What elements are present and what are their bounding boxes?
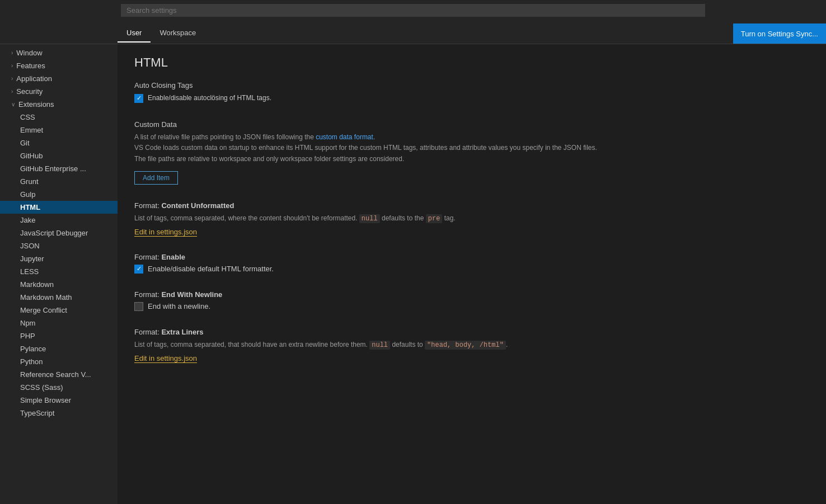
add-item-button[interactable]: Add Item — [134, 171, 178, 185]
sidebar-item-scss[interactable]: SCSS (Sass) — [0, 381, 118, 394]
sidebar-item-json[interactable]: JSON — [0, 239, 118, 252]
sidebar-item-html[interactable]: HTML — [0, 201, 118, 214]
tab-workspace[interactable]: Workspace — [151, 25, 205, 43]
setting-title-format-extra-liners: Format: Extra Liners — [134, 328, 809, 336]
sidebar-item-github-enterprise[interactable]: GitHub Enterprise ... — [0, 162, 118, 175]
sidebar-item-label: Application — [16, 74, 52, 83]
sidebar-item-label: PHP — [20, 332, 35, 340]
setting-title-auto-closing-tags: Auto Closing Tags — [134, 81, 809, 90]
sidebar-item-features[interactable]: › Features — [0, 59, 118, 72]
sidebar-item-label: GitHub — [20, 152, 43, 160]
sidebar-item-pylance[interactable]: Pylance — [0, 342, 118, 355]
format-enable-row: Enable/disable default HTML formatter. — [134, 265, 809, 274]
format-end-newline-checkbox[interactable] — [134, 302, 143, 311]
pre-code: pre — [426, 214, 443, 223]
sidebar-item-gulp[interactable]: Gulp — [0, 188, 118, 201]
chevron-right-icon: › — [11, 63, 13, 69]
main-layout: › Window › Features › Application › Secu… — [0, 44, 826, 504]
sidebar-item-label: Window — [16, 49, 42, 57]
sidebar-item-label: LESS — [20, 267, 39, 276]
sidebar-item-label: Jake — [20, 216, 35, 224]
sidebar-item-reference-search[interactable]: Reference Search V... — [0, 368, 118, 381]
setting-format-extra-liners: Format: Extra Liners List of tags, comma… — [134, 328, 809, 362]
null-code: null — [359, 214, 380, 223]
sidebar-item-label: Grunt — [20, 177, 39, 186]
chevron-down-icon: ∨ — [11, 101, 15, 107]
sidebar-item-label: Reference Search V... — [20, 370, 91, 379]
tabs-bar: User Workspace Turn on Settings Sync... — [0, 20, 826, 44]
sidebar-item-css[interactable]: CSS — [0, 111, 118, 124]
auto-closing-tags-checkbox[interactable] — [134, 94, 143, 103]
sidebar-item-label: Markdown — [20, 280, 54, 289]
setting-format-end-with-newline: Format: End With Newline End with a newl… — [134, 290, 809, 311]
search-bar — [121, 4, 705, 17]
sidebar-item-label: Security — [16, 87, 43, 96]
setting-title-format-end-with-newline: Format: End With Newline — [134, 290, 809, 299]
sidebar-item-label: JavaScript Debugger — [20, 229, 88, 237]
sidebar-item-jake[interactable]: Jake — [0, 214, 118, 227]
sidebar-item-php[interactable]: PHP — [0, 329, 118, 342]
sidebar-item-label: Pylance — [20, 345, 46, 353]
auto-closing-tags-row: Enable/disable autoclösing of HTML tags. — [134, 93, 809, 103]
sidebar-item-javascript-debugger[interactable]: JavaScript Debugger — [0, 227, 118, 239]
sidebar-item-emmet[interactable]: Emmet — [0, 124, 118, 136]
sidebar-item-markdown-math[interactable]: Markdown Math — [0, 291, 118, 304]
setting-title-format-content-unformatted: Format: Content Unformatted — [134, 201, 809, 210]
setting-format-content-unformatted: Format: Content Unformatted List of tags… — [134, 201, 809, 236]
sidebar-item-security[interactable]: › Security — [0, 85, 118, 98]
setting-title-custom-data: Custom Data — [134, 120, 809, 129]
format-enable-checkbox[interactable] — [134, 265, 143, 274]
format-extra-liners-desc: List of tags, comma separated, that shou… — [134, 340, 809, 351]
edit-settings-json-link-2[interactable]: Edit in settings.json — [134, 354, 197, 363]
page-title: HTML — [134, 55, 809, 70]
setting-auto-closing-tags: Auto Closing Tags Enable/disable autoclö… — [134, 81, 809, 103]
sidebar-item-label: CSS — [20, 113, 35, 121]
sidebar-item-label: Gulp — [20, 190, 35, 199]
sync-button[interactable]: Turn on Settings Sync... — [733, 23, 826, 44]
search-input[interactable] — [126, 6, 700, 15]
sidebar-item-simple-browser[interactable]: Simple Browser — [0, 394, 118, 407]
sidebar-item-label: TypeScript — [20, 409, 54, 417]
format-enable-label: Enable/disable default HTML formatter. — [148, 265, 274, 273]
sidebar-item-python[interactable]: Python — [0, 355, 118, 368]
edit-settings-json-link-1[interactable]: Edit in settings.json — [134, 228, 197, 237]
sidebar-item-typescript[interactable]: TypeScript — [0, 407, 118, 420]
format-content-unformatted-desc: List of tags, comma separated, where the… — [134, 213, 809, 224]
sidebar-item-label: Markdown Math — [20, 293, 72, 302]
sidebar-item-jupyter[interactable]: Jupyter — [0, 252, 118, 265]
sidebar-item-grunt[interactable]: Grunt — [0, 175, 118, 188]
setting-format-enable: Format: Enable Enable/disable default HT… — [134, 253, 809, 274]
settings-content: HTML Auto Closing Tags Enable/disable au… — [118, 44, 826, 504]
sidebar-item-label: Python — [20, 357, 43, 366]
sidebar-item-label: HTML — [20, 203, 40, 211]
sidebar-item-window[interactable]: › Window — [0, 46, 118, 59]
sidebar-item-less[interactable]: LESS — [0, 265, 118, 278]
format-end-newline-label: End with a newline. — [148, 302, 210, 310]
sidebar-item-label: Npm — [20, 319, 35, 327]
null-code-2: null — [369, 341, 390, 350]
sidebar-item-label: SCSS (Sass) — [20, 383, 63, 392]
sidebar-item-application[interactable]: › Application — [0, 72, 118, 85]
sidebar: › Window › Features › Application › Secu… — [0, 44, 118, 504]
sidebar-item-merge-conflict[interactable]: Merge Conflict — [0, 304, 118, 317]
sidebar-item-github[interactable]: GitHub — [0, 149, 118, 162]
head-body-code: "head, body, /html" — [425, 341, 506, 350]
custom-data-format-link[interactable]: custom data format — [316, 133, 373, 141]
tab-user[interactable]: User — [118, 25, 151, 43]
sidebar-item-npm[interactable]: Npm — [0, 317, 118, 329]
sidebar-item-markdown[interactable]: Markdown — [0, 278, 118, 291]
sidebar-item-git[interactable]: Git — [0, 136, 118, 149]
sidebar-item-label: Extensions — [18, 100, 54, 109]
sidebar-item-label: Git — [20, 139, 30, 147]
sidebar-item-label: Features — [16, 62, 45, 70]
chevron-right-icon: › — [11, 76, 13, 82]
setting-title-format-enable: Format: Enable — [134, 253, 809, 261]
sidebar-item-label: Jupyter — [20, 255, 44, 263]
auto-closing-tags-label: Enable/disable autoclösing of HTML tags. — [148, 93, 271, 103]
top-row — [0, 0, 826, 20]
sidebar-item-label: JSON — [20, 242, 40, 250]
sidebar-item-extensions[interactable]: ∨ Extensions — [0, 98, 118, 111]
setting-custom-data: Custom Data A list of relative file path… — [134, 120, 809, 185]
sidebar-item-label: Emmet — [20, 126, 43, 134]
chevron-right-icon: › — [11, 88, 13, 95]
